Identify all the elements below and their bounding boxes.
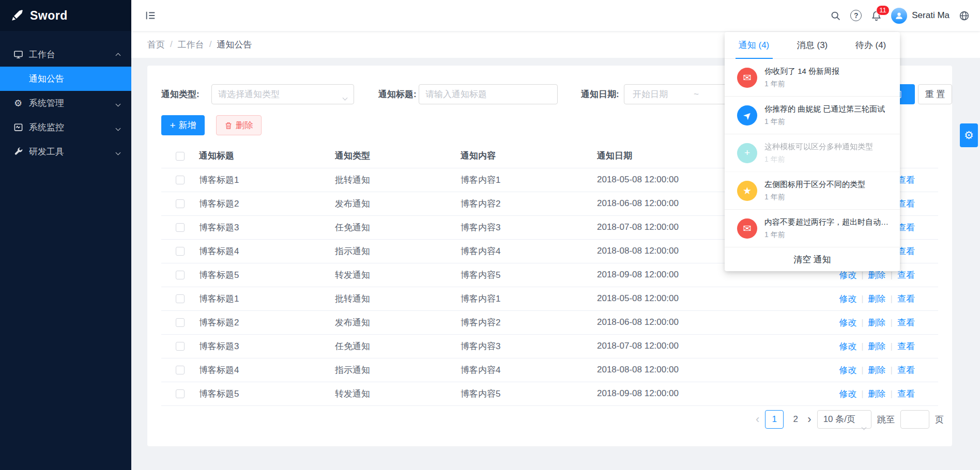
- notification-item[interactable]: + 这种模板可以区分多种通知类型 1 年前: [725, 134, 900, 172]
- help-icon[interactable]: ?: [850, 10, 862, 21]
- tab-todo[interactable]: 待办 (4): [841, 32, 900, 58]
- notice-type-select[interactable]: [211, 84, 354, 104]
- cell-content: 博客内容2: [454, 310, 590, 334]
- tab-notice[interactable]: 通知 (4): [725, 32, 783, 58]
- chevron-down-icon: [116, 122, 120, 133]
- cell-content: 博客内容2: [454, 192, 590, 215]
- edit-link[interactable]: 修改: [839, 270, 856, 280]
- delete-link[interactable]: 删除: [868, 318, 886, 327]
- edit-link[interactable]: 修改: [839, 341, 856, 351]
- column-header-type: 通知类型: [328, 144, 454, 168]
- breadcrumb-section[interactable]: 工作台: [178, 39, 204, 51]
- page-number-2[interactable]: 2: [789, 414, 802, 425]
- clear-notifications-button[interactable]: 清空 通知: [725, 247, 900, 271]
- cell-content: 博客内容3: [454, 215, 590, 239]
- view-link[interactable]: 查看: [897, 365, 915, 375]
- edit-link[interactable]: 修改: [839, 389, 856, 399]
- edit-link[interactable]: 修改: [839, 294, 856, 304]
- view-link[interactable]: 查看: [897, 318, 915, 327]
- sidebar-item-notice[interactable]: 通知公告: [0, 67, 131, 91]
- notice-title-field[interactable]: [419, 84, 558, 104]
- notice-type-label: 通知类型:: [161, 84, 200, 104]
- notice-type-select-input[interactable]: [212, 85, 354, 104]
- prev-page-button[interactable]: ‹: [756, 414, 759, 425]
- row-checkbox[interactable]: [176, 199, 185, 208]
- notice-title-input[interactable]: [419, 85, 557, 104]
- sidebar-item-system-admin[interactable]: ⚙ 系统管理: [0, 91, 131, 115]
- view-link[interactable]: 查看: [897, 246, 915, 256]
- gear-icon: ⚙: [964, 129, 974, 142]
- view-link[interactable]: 查看: [897, 294, 915, 304]
- view-link[interactable]: 查看: [897, 389, 915, 399]
- cell-type: 任免通知: [328, 215, 454, 239]
- notification-item[interactable]: ➤ 你推荐的 曲妮妮 已通过第三轮面试 1 年前: [725, 97, 900, 134]
- topbar: ? 11 Serati Ma: [131, 0, 980, 31]
- tab-messages[interactable]: 消息 (3): [783, 32, 841, 58]
- action-divider: |: [861, 365, 863, 375]
- jump-to-label: 跳至: [877, 414, 895, 426]
- edit-link[interactable]: 修改: [839, 318, 856, 327]
- row-checkbox[interactable]: [176, 366, 185, 374]
- row-checkbox[interactable]: [176, 271, 185, 279]
- view-link[interactable]: 查看: [897, 223, 915, 232]
- sidebar-item-workbench[interactable]: 工作台: [0, 42, 131, 67]
- row-checkbox[interactable]: [176, 342, 185, 351]
- notification-title: 你推荐的 曲妮妮 已通过第三轮面试: [764, 104, 885, 114]
- breadcrumb-home[interactable]: 首页: [147, 39, 165, 51]
- row-checkbox[interactable]: [176, 318, 185, 327]
- column-header-title: 通知标题: [192, 144, 328, 168]
- view-link[interactable]: 查看: [897, 270, 915, 280]
- sidebar-item-label: 研发工具: [29, 146, 64, 158]
- view-link[interactable]: 查看: [897, 199, 915, 209]
- add-button[interactable]: + 新增: [161, 115, 205, 135]
- reset-button[interactable]: 重 置: [918, 84, 952, 104]
- row-checkbox[interactable]: [176, 176, 185, 184]
- cell-content: 博客内容5: [454, 263, 590, 287]
- select-all-checkbox[interactable]: [176, 152, 185, 161]
- notification-time: 1 年前: [764, 117, 885, 127]
- cell-title: 博客标题4: [192, 239, 328, 263]
- search-icon[interactable]: [830, 10, 841, 21]
- cell-content: 博客内容4: [454, 358, 590, 382]
- user-menu[interactable]: Serati Ma: [891, 8, 950, 24]
- notification-item[interactable]: ✉ 内容不要超过两行字，超出时自动截断 1 年前: [725, 210, 900, 247]
- collapse-sidebar-button[interactable]: [145, 10, 156, 21]
- page-size-select[interactable]: 10 条/页: [817, 410, 871, 429]
- row-checkbox[interactable]: [176, 294, 185, 303]
- row-checkbox[interactable]: [176, 223, 185, 232]
- notification-time: 1 年前: [764, 230, 893, 240]
- delete-button[interactable]: 删除: [216, 115, 262, 135]
- sidebar-item-dev-tools[interactable]: 研发工具: [0, 139, 131, 164]
- delete-link[interactable]: 删除: [868, 294, 886, 304]
- cell-date: 2018-06-08 12:00:00: [590, 192, 727, 215]
- cell-type: 批转通知: [328, 168, 454, 192]
- delete-link[interactable]: 删除: [868, 341, 886, 351]
- delete-link[interactable]: 删除: [868, 270, 886, 280]
- logo[interactable]: Sword: [0, 0, 131, 31]
- notification-dropdown: 通知 (4) 消息 (3) 待办 (4) ✉ 你收到了 14 份新周报 1 年前…: [725, 32, 900, 271]
- edit-link[interactable]: 修改: [839, 365, 856, 375]
- cell-date: 2018-09-08 12:00:00: [590, 263, 727, 287]
- notification-item[interactable]: ✉ 你收到了 14 份新周报 1 年前: [725, 59, 900, 97]
- cell-content: 博客内容1: [454, 287, 590, 310]
- row-checkbox[interactable]: [176, 389, 185, 398]
- delete-link[interactable]: 删除: [868, 365, 886, 375]
- notification-item[interactable]: ★ 左侧图标用于区分不同的类型 1 年前: [725, 172, 900, 210]
- settings-fab[interactable]: ⚙: [960, 123, 978, 147]
- view-link[interactable]: 查看: [897, 175, 915, 185]
- notification-count-badge: 11: [876, 5, 890, 15]
- sidebar-item-system-monitor[interactable]: 系统监控: [0, 115, 131, 139]
- next-page-button[interactable]: ›: [807, 414, 811, 425]
- view-link[interactable]: 查看: [897, 341, 915, 351]
- jump-to-page-input[interactable]: [900, 410, 929, 429]
- notifications-bell-icon[interactable]: 11: [871, 10, 882, 21]
- delete-link[interactable]: 删除: [868, 389, 886, 399]
- chevron-up-icon: [116, 50, 120, 60]
- page-number-1[interactable]: 1: [765, 410, 784, 429]
- cell-date: 2018-05-08 12:00:00: [590, 168, 727, 192]
- cell-date: 2018-09-08 12:00:00: [590, 382, 727, 405]
- notification-title: 左侧图标用于区分不同的类型: [764, 180, 865, 190]
- row-checkbox[interactable]: [176, 247, 185, 256]
- language-globe-icon[interactable]: [959, 10, 970, 21]
- gear-icon: ⚙: [12, 99, 24, 108]
